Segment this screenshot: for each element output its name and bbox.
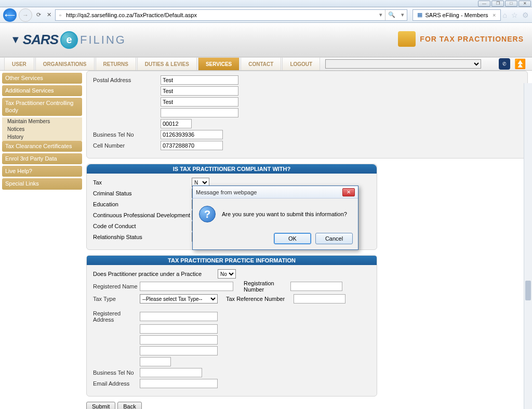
reg-addr-code[interactable] xyxy=(140,357,171,366)
compliance-label-criminal-status: Criminal Status xyxy=(93,190,192,196)
nav-organisations[interactable]: ORGANISATIONS xyxy=(35,58,95,70)
url-input[interactable] xyxy=(65,10,377,20)
home-icon[interactable]: ⌂ xyxy=(503,11,507,19)
window-close[interactable]: ✕ xyxy=(518,1,531,7)
dialog-message: Are you sure you want to submit this inf… xyxy=(222,211,347,217)
tab-close-icon[interactable]: × xyxy=(493,12,496,18)
sidebar-history[interactable]: History xyxy=(2,133,82,141)
nav-returns[interactable]: RETURNS xyxy=(96,58,136,70)
sidebar-notices[interactable]: Notices xyxy=(2,125,82,133)
browser-reload-icon[interactable]: ⟳ xyxy=(34,11,43,19)
reg-addr-4[interactable] xyxy=(140,346,218,355)
sidebar-tax-clearance-certificates[interactable]: Tax Clearance Certificates xyxy=(2,141,82,152)
sidebar-enrol-rd-party-data[interactable]: Enrol 3rd Party Data xyxy=(2,153,82,164)
window-chrome: — ❐ □ ✕ xyxy=(0,0,532,7)
confirm-dialog: Message from webpage ✕ ? Are you sure yo… xyxy=(192,186,358,250)
header-right: FOR TAX PRACTITIONERS xyxy=(398,31,524,47)
nav-services[interactable]: SERVICES xyxy=(198,58,240,70)
back-button[interactable]: Back xyxy=(117,402,141,409)
postal-line-4[interactable] xyxy=(161,108,238,117)
sidebar-additional-services[interactable]: Additional Services xyxy=(2,85,82,96)
scroll-top-icon[interactable]: ⏫ xyxy=(514,58,526,70)
postal-line-3[interactable] xyxy=(161,97,238,107)
page-icon: ▫ xyxy=(56,12,65,18)
main-nav: USERORGANISATIONSRETURNSDUTIES & LEVIESS… xyxy=(0,57,532,71)
sidebar-live-help-[interactable]: Live Help? xyxy=(2,166,82,177)
question-icon: ? xyxy=(199,206,216,222)
practice-select[interactable]: No xyxy=(218,269,236,279)
compliance-header: IS TAX PRACTITIONER COMPLIANT WITH? xyxy=(87,164,377,174)
browser-back[interactable]: ⟵ xyxy=(3,8,17,22)
logo-sars: SARS xyxy=(23,32,58,48)
dialog-close-icon[interactable]: ✕ xyxy=(342,188,355,196)
nav-search-select[interactable] xyxy=(325,59,481,69)
nav-duties-levies[interactable]: DUTIES & LEVIES xyxy=(137,58,197,70)
nav-search xyxy=(325,58,481,70)
email-label: Email Address xyxy=(93,380,140,387)
nav-logout[interactable]: LOGOUT xyxy=(282,58,320,70)
compliance-label-code-of-conduct: Code of Conduct xyxy=(93,223,192,229)
browser-tab[interactable]: ▦ SARS eFiling - Members × xyxy=(413,9,501,21)
contact-panel: Postal Address Business Tel No Cell Numb… xyxy=(86,71,528,159)
window-maximize[interactable]: □ xyxy=(505,1,517,7)
window-minimize[interactable]: — xyxy=(478,1,490,7)
tax-ref-label: Tax Reference Number xyxy=(226,296,294,302)
tools-icon[interactable]: ⚙ xyxy=(522,11,529,19)
site-header: ▼ SARS e FILING FOR TAX PRACTITIONERS xyxy=(0,23,532,57)
folder-icon xyxy=(398,31,416,47)
practice-panel: TAX PRACTITIONER PRACTICE INFORMATION Do… xyxy=(86,255,377,397)
nav-contact[interactable]: CONTACT xyxy=(241,58,281,70)
dialog-ok-button[interactable]: OK xyxy=(274,233,311,244)
sidebar-other-services[interactable]: Other Services xyxy=(2,73,82,84)
postal-line-2[interactable] xyxy=(161,86,238,96)
browser-toolbar: ⟵ → ⟳ ✕ ▫ ▾ 🔍 ▾ ▦ SARS eFiling - Members… xyxy=(0,7,532,23)
tax-type-select[interactable]: --Please select Tax Type-- xyxy=(140,294,218,304)
practice-header: TAX PRACTITIONER PRACTICE INFORMATION xyxy=(87,256,377,265)
tab-title: SARS eFiling - Members xyxy=(425,12,488,18)
registration-number-input[interactable] xyxy=(290,282,342,291)
tax-ref-input[interactable] xyxy=(294,294,345,304)
logo-caret-icon: ▼ xyxy=(10,34,21,46)
reg-addr-1[interactable] xyxy=(140,312,218,321)
window-restore[interactable]: ❐ xyxy=(491,1,504,7)
practice-bustel-input[interactable] xyxy=(140,368,202,377)
sars-logo: ▼ SARS e FILING xyxy=(10,31,126,49)
postal-line-1[interactable] xyxy=(161,75,238,85)
relationship-label: Relationship Status xyxy=(93,234,192,240)
sidebar-maintain-members[interactable]: Maintain Members xyxy=(2,117,82,125)
tab-strip: ▦ SARS eFiling - Members × xyxy=(413,9,501,21)
sidebar-special-links[interactable]: Special Links xyxy=(2,178,82,189)
help-icon[interactable]: ✆ xyxy=(499,58,510,70)
browser-forward[interactable]: → xyxy=(19,8,32,22)
practice-question-label: Does Practitioner practice under a Pract… xyxy=(93,271,218,277)
submit-button[interactable]: Submit xyxy=(86,402,115,409)
url-dropdown[interactable]: ▾ xyxy=(377,11,385,18)
scrollbar[interactable] xyxy=(524,83,532,409)
cell-number-label: Cell Number xyxy=(93,142,161,149)
postal-address-label: Postal Address xyxy=(93,77,161,83)
registered-name-input[interactable] xyxy=(140,282,233,291)
postal-code[interactable] xyxy=(161,119,192,128)
tax-type-label: Tax Type xyxy=(93,296,140,302)
tab-favicon: ▦ xyxy=(417,11,422,18)
nav-user[interactable]: USER xyxy=(4,58,34,70)
business-tel-label: Business Tel No xyxy=(93,131,161,138)
favorites-icon[interactable]: ☆ xyxy=(511,11,518,19)
reg-addr-2[interactable] xyxy=(140,324,218,334)
business-tel-input[interactable] xyxy=(161,130,223,139)
email-input[interactable] xyxy=(140,379,218,388)
sidebar: Other ServicesAdditional ServicesTax Pra… xyxy=(0,71,82,409)
compliance-label-tax: Tax xyxy=(93,179,192,186)
practice-bustel-label: Business Tel No xyxy=(93,370,140,376)
search-icon[interactable]: 🔍 xyxy=(385,10,398,20)
scrollbar-thumb[interactable] xyxy=(525,281,531,300)
cell-number-input[interactable] xyxy=(161,141,223,150)
reg-addr-3[interactable] xyxy=(140,335,218,345)
browser-stop-icon[interactable]: ✕ xyxy=(45,11,53,19)
dialog-titlebar: Message from webpage ✕ xyxy=(193,186,358,199)
sidebar-tax-practitioner-controlling-body[interactable]: Tax Practitioner Controlling Body xyxy=(2,98,82,115)
logo-e-icon: e xyxy=(60,31,78,49)
form-actions: Submit Back xyxy=(86,402,528,409)
search-dropdown[interactable]: ▾ xyxy=(398,11,407,18)
dialog-cancel-button[interactable]: Cancel xyxy=(315,233,353,244)
